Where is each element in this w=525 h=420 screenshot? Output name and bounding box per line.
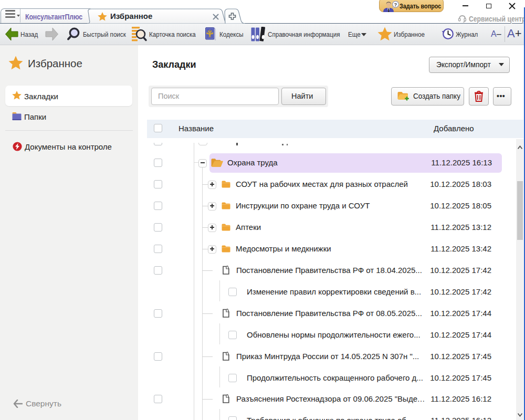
svg-text:?: ? [394, 2, 397, 7]
